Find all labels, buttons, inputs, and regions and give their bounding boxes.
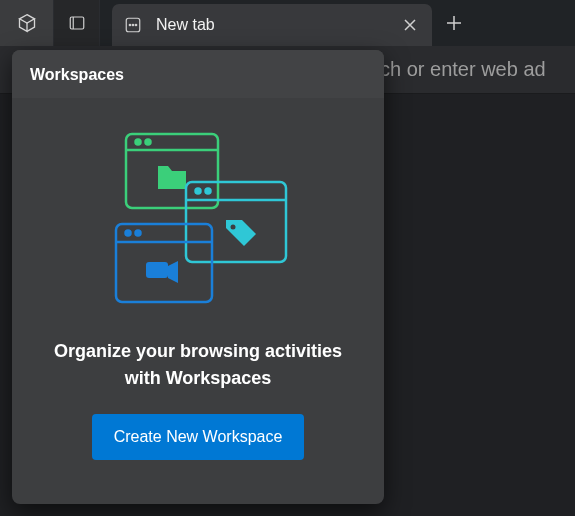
svg-point-9 — [196, 189, 201, 194]
workspaces-flyout-body: Organize your browsing activities with W… — [12, 98, 384, 504]
new-tab-page-icon — [124, 16, 142, 34]
tab-title: New tab — [156, 16, 382, 34]
svg-point-10 — [206, 189, 211, 194]
cube-icon — [17, 13, 37, 33]
workspaces-tagline: Organize your browsing activities with W… — [40, 338, 356, 392]
svg-point-13 — [126, 231, 131, 236]
svg-rect-0 — [70, 17, 84, 29]
workspaces-flyout-title: Workspaces — [12, 50, 384, 98]
close-tab-button[interactable] — [396, 11, 424, 39]
plus-icon — [446, 15, 462, 31]
tab-strip: New tab — [0, 0, 575, 46]
close-icon — [403, 18, 417, 32]
tab-actions-icon — [68, 14, 86, 32]
workspaces-illustration — [98, 124, 298, 314]
create-new-workspace-button[interactable]: Create New Workspace — [92, 414, 305, 460]
svg-point-14 — [136, 231, 141, 236]
address-bar-placeholder-fragment: ch or enter web ad — [380, 58, 546, 81]
svg-point-2 — [129, 24, 131, 26]
svg-rect-15 — [146, 262, 168, 278]
new-tab-button[interactable] — [432, 0, 476, 46]
workspaces-button[interactable] — [0, 0, 54, 46]
svg-point-3 — [132, 24, 134, 26]
svg-point-7 — [146, 140, 151, 145]
svg-point-11 — [231, 225, 236, 230]
browser-tab-active[interactable]: New tab — [112, 4, 432, 46]
tab-actions-button[interactable] — [54, 0, 100, 46]
svg-point-6 — [136, 140, 141, 145]
workspaces-flyout: Workspaces — [12, 50, 384, 504]
svg-point-4 — [135, 24, 137, 26]
